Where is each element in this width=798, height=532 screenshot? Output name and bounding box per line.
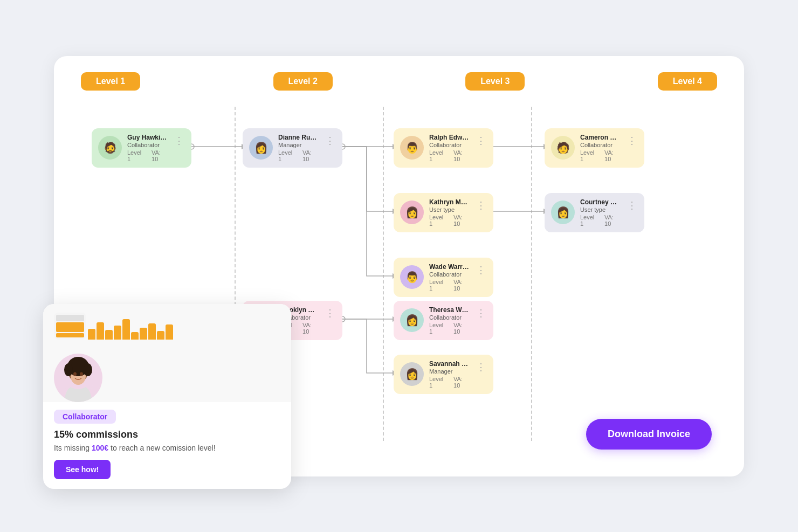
node-meta-theresa: Level 1 VA: 10 (429, 322, 470, 335)
node-cameron[interactable]: 🧑 Cameron Williamson Collaborator Level … (545, 128, 644, 168)
node-va-kathryn: VA: 10 (453, 214, 470, 227)
node-name-dianne: Dianne Russell (278, 134, 319, 141)
vline-3 (531, 107, 532, 441)
levels-row: Level 1 Level 2 Level 3 Level 4 (75, 72, 723, 91)
commission-title: 15% commissions (54, 429, 280, 440)
avatar-savannah: 👩 (400, 362, 424, 386)
node-info-wade: Wade Warren Collaborator Level 1 VA: 10 (429, 263, 470, 292)
node-level-theresa: Level 1 (429, 322, 447, 335)
node-name-kathryn: Kathryn Murphy (429, 198, 470, 206)
node-dots-wade[interactable]: ⋮ (475, 264, 487, 276)
overlay-avatar (54, 354, 102, 402)
node-role-cameron: Collaborator (580, 142, 621, 148)
avatar-theresa: 👩 (400, 308, 424, 332)
node-dots-kathryn[interactable]: ⋮ (475, 199, 487, 211)
node-dots-theresa[interactable]: ⋮ (475, 307, 487, 319)
node-name-wade: Wade Warren (429, 263, 470, 271)
see-how-button[interactable]: See how! (54, 460, 111, 479)
node-name-courtney: Courtney Henry (580, 198, 621, 206)
download-invoice-button[interactable]: Download Invoice (586, 419, 712, 450)
node-info-kathryn: Kathryn Murphy User type Level 1 VA: 10 (429, 198, 470, 227)
node-level-courtney: Level 1 (580, 214, 598, 227)
node-guy[interactable]: 🧔 Guy Hawkins Collaborator Level 1 VA: 1… (92, 128, 191, 168)
commission-desc-after: to reach a new comission level! (108, 444, 215, 452)
node-role-kathryn: User type (429, 206, 470, 213)
commission-desc-before: Its missing (54, 444, 92, 452)
node-dots-cameron[interactable]: ⋮ (626, 135, 638, 147)
node-level-savannah: Level 1 (429, 376, 447, 389)
node-name-savannah: Savannah Nguyen (429, 360, 470, 368)
avatar-ralph: 👨 (400, 136, 424, 160)
node-info-guy: Guy Hawkins Collaborator Level 1 VA: 10 (127, 134, 168, 162)
node-va-cameron: VA: 10 (604, 149, 621, 162)
node-dots-dianne[interactable]: ⋮ (324, 135, 336, 147)
node-meta-cameron: Level 1 VA: 10 (580, 149, 621, 162)
collaborator-badge: Collaborator (54, 410, 116, 424)
node-meta-courtney: Level 1 VA: 10 (580, 214, 621, 227)
level-badge-2: Level 2 (273, 72, 333, 91)
node-meta-wade: Level 1 VA: 10 (429, 279, 470, 292)
level-badge-1: Level 1 (81, 72, 140, 91)
node-name-ralph: Ralph Edwards (429, 134, 470, 141)
node-role-courtney: User type (580, 206, 621, 213)
node-va-wade: VA: 10 (453, 279, 470, 292)
node-meta-kathryn: Level 1 VA: 10 (429, 214, 470, 227)
level-badge-4: Level 4 (658, 72, 717, 91)
node-role-wade: Collaborator (429, 271, 470, 278)
node-va-savannah: VA: 10 (453, 376, 470, 389)
level-badge-3: Level 3 (465, 72, 525, 91)
avatar-dianne: 👩 (249, 136, 273, 160)
svg-point-22 (73, 372, 77, 376)
node-role-guy: Collaborator (127, 142, 168, 148)
node-role-savannah: Manager (429, 368, 470, 375)
node-dots-ralph[interactable]: ⋮ (475, 135, 487, 147)
node-info-courtney: Courtney Henry User type Level 1 VA: 10 (580, 198, 621, 227)
node-info-cameron: Cameron Williamson Collaborator Level 1 … (580, 134, 621, 162)
node-meta-savannah: Level 1 VA: 10 (429, 376, 470, 389)
node-role-dianne: Manager (278, 142, 319, 148)
node-info-dianne: Dianne Russell Manager Level 1 VA: 10 (278, 134, 319, 162)
node-kathryn[interactable]: 👩 Kathryn Murphy User type Level 1 VA: 1… (394, 193, 493, 232)
node-level-ralph: Level 1 (429, 149, 447, 162)
avatar-kathryn: 👩 (400, 201, 424, 224)
avatar-guy: 🧔 (98, 136, 122, 160)
svg-point-21 (84, 363, 92, 376)
node-ralph[interactable]: 👨 Ralph Edwards Collaborator Level 1 VA:… (394, 128, 493, 168)
node-dots-savannah[interactable]: ⋮ (475, 361, 487, 373)
avatar-cameron: 🧑 (551, 136, 575, 160)
node-name-guy: Guy Hawkins (127, 134, 168, 141)
node-level-guy: Level 1 (127, 149, 145, 162)
node-va-brooklyn: VA: 10 (302, 322, 319, 335)
commission-highlight: 100€ (92, 444, 108, 452)
svg-point-20 (64, 363, 73, 376)
node-dots-guy[interactable]: ⋮ (173, 135, 185, 147)
node-role-ralph: Collaborator (429, 142, 470, 148)
node-va-theresa: VA: 10 (453, 322, 470, 335)
node-va-guy: VA: 10 (152, 149, 168, 162)
node-info-ralph: Ralph Edwards Collaborator Level 1 VA: 1… (429, 134, 470, 162)
node-level-cameron: Level 1 (580, 149, 598, 162)
node-name-cameron: Cameron Williamson (580, 134, 621, 141)
node-theresa[interactable]: 👩 Theresa Webb Collaborator Level 1 VA: … (394, 301, 493, 340)
node-va-courtney: VA: 10 (604, 214, 621, 227)
node-meta-ralph: Level 1 VA: 10 (429, 149, 470, 162)
node-wade[interactable]: 👨 Wade Warren Collaborator Level 1 VA: 1… (394, 258, 493, 297)
node-dots-brooklyn[interactable]: ⋮ (324, 307, 336, 319)
vline-2 (383, 107, 384, 441)
overlay-card: Collaborator 15% commissions Its missing… (43, 304, 291, 489)
node-level-kathryn: Level 1 (429, 214, 447, 227)
node-info-theresa: Theresa Webb Collaborator Level 1 VA: 10 (429, 306, 470, 335)
node-role-theresa: Collaborator (429, 314, 470, 321)
svg-point-23 (80, 372, 83, 376)
node-savannah[interactable]: 👩 Savannah Nguyen Manager Level 1 VA: 10… (394, 355, 493, 394)
node-meta-guy: Level 1 VA: 10 (127, 149, 168, 162)
node-dianne[interactable]: 👩 Dianne Russell Manager Level 1 VA: 10 … (243, 128, 342, 168)
commission-desc: Its missing 100€ to reach a new comissio… (54, 444, 280, 452)
overlay-top (43, 304, 291, 348)
node-level-dianne: Level 1 (278, 149, 296, 162)
node-dots-courtney[interactable]: ⋮ (626, 199, 638, 211)
overlay-body: Collaborator 15% commissions Its missing… (43, 402, 291, 489)
node-va-ralph: VA: 10 (453, 149, 470, 162)
node-courtney[interactable]: 👩 Courtney Henry User type Level 1 VA: 1… (545, 193, 644, 232)
node-va-dianne: VA: 10 (302, 149, 319, 162)
